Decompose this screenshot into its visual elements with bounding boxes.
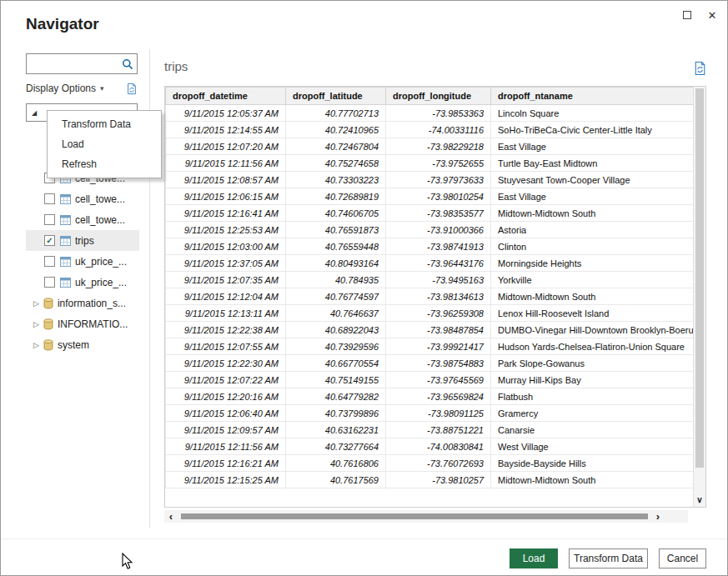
tree-item-trips[interactable]: ✓trips <box>26 230 139 251</box>
database-icon <box>43 339 53 351</box>
scroll-right-icon[interactable]: › <box>651 510 665 523</box>
refresh-preview-icon[interactable] <box>693 61 707 76</box>
tree-item-uk-price[interactable]: uk_price_... <box>26 251 139 272</box>
menu-item-refresh[interactable]: Refresh <box>48 154 161 174</box>
navigator-tree: cell_towe...cell_towe...cell_towe...✓tri… <box>26 168 139 355</box>
table-icon <box>60 215 71 225</box>
menu-item-load[interactable]: Load <box>48 134 161 154</box>
load-button[interactable]: Load <box>510 548 558 568</box>
refresh-icon[interactable] <box>126 83 138 95</box>
table-cell: 9/11/2015 12:07:22 AM <box>166 372 286 388</box>
transform-data-button[interactable]: Transform Data <box>569 548 648 568</box>
table-cell: -73.96569824 <box>386 388 491 405</box>
table-cell: -73.99921417 <box>386 338 491 355</box>
table-cell: 9/11/2015 12:11:56 AM <box>166 155 286 172</box>
table-cell: 9/11/2015 12:15:25 AM <box>166 472 286 488</box>
table-cell: 40.76774597 <box>286 288 386 305</box>
page-title: Navigator <box>26 15 99 33</box>
table-icon <box>60 257 71 267</box>
table-cell: 40.74606705 <box>286 205 386 222</box>
table-cell: 40.75149155 <box>286 372 386 388</box>
table-cell: 40.73303223 <box>286 172 386 188</box>
table-cell: East Village <box>491 138 694 155</box>
tree-item-label: cell_towe... <box>75 193 125 205</box>
table-cell: -73.9495163 <box>386 272 491 288</box>
table-cell: 40.73277664 <box>286 438 386 455</box>
menu-item-transform-data[interactable]: Transform Data <box>48 114 161 134</box>
checkbox[interactable] <box>44 256 55 267</box>
table-cell: SoHo-TriBeCa-Civic Center-Little Italy <box>491 122 694 138</box>
database-icon <box>43 318 53 330</box>
table-row: 9/11/2015 12:07:20 AM40.72467804-73.9822… <box>166 138 694 155</box>
table-cell: 40.66770554 <box>286 355 386 372</box>
table-cell: 40.72467804 <box>286 138 386 155</box>
table-cell: Lenox Hill-Roosevelt Island <box>491 305 694 322</box>
close-button[interactable]: ✕ <box>700 4 724 26</box>
expand-icon[interactable]: ▷ <box>33 299 39 308</box>
table-cell: Canarsie <box>491 422 694 438</box>
display-options-dropdown[interactable]: Display Options ▾ <box>26 81 138 96</box>
table-icon <box>60 194 71 204</box>
table-cell: Midtown-Midtown South <box>491 288 694 305</box>
tree-item-label: information_s... <box>58 298 126 309</box>
tree-item-cell-towe[interactable]: cell_towe... <box>26 209 139 230</box>
column-header: dropoff_ntaname <box>491 88 694 105</box>
column-header: dropoff_datetime <box>166 88 286 105</box>
table-row: 9/11/2015 12:20:16 AM40.64779282-73.9656… <box>166 388 694 405</box>
checkbox[interactable] <box>44 277 55 288</box>
table-cell: -73.96443176 <box>386 255 491 272</box>
table-cell: -74.00830841 <box>386 438 491 455</box>
table-cell: West Village <box>491 438 694 455</box>
table-cell: -73.97645569 <box>386 372 491 388</box>
table-cell: Turtle Bay-East Midtown <box>491 155 694 172</box>
table-row: 9/11/2015 12:14:55 AM40.72410965-74.0033… <box>166 122 694 138</box>
table-cell: -73.98229218 <box>386 138 491 155</box>
table-cell: -74.00331116 <box>386 122 491 138</box>
table-cell: 40.63162231 <box>286 422 386 438</box>
checkbox[interactable]: ✓ <box>44 235 55 246</box>
scroll-left-icon[interactable]: ‹ <box>164 510 178 523</box>
table-row: 9/11/2015 12:22:30 AM40.66770554-73.9875… <box>166 355 694 372</box>
tree-item-uk-price[interactable]: uk_price_... <box>26 272 139 293</box>
table-cell: 40.784935 <box>286 272 386 288</box>
table-cell: Murray Hill-Kips Bay <box>491 372 694 388</box>
table-cell: Gramercy <box>491 405 694 422</box>
table-cell: -73.98091125 <box>386 405 491 422</box>
column-header: dropoff_latitude <box>286 88 386 105</box>
table-cell: 40.75274658 <box>286 155 386 172</box>
context-menu: Transform DataLoadRefresh <box>47 110 162 178</box>
expanded-arrow-icon: ◢ <box>32 109 37 117</box>
table-cell: 40.76559448 <box>286 238 386 255</box>
horizontal-scrollbar[interactable]: ‹ › <box>164 510 688 523</box>
table-cell: 40.7617569 <box>286 472 386 488</box>
table-cell: Yorkville <box>491 272 694 288</box>
tree-item-label: INFORMATIO... <box>58 318 128 330</box>
tree-folder-informatio[interactable]: ▷INFORMATIO... <box>26 313 139 334</box>
horizontal-scrollbar-thumb[interactable] <box>181 513 648 519</box>
table-cell: 40.73799896 <box>286 405 386 422</box>
table-cell: Midtown-Midtown South <box>491 472 694 488</box>
table-cell: 9/11/2015 12:20:16 AM <box>166 388 286 405</box>
cancel-button[interactable]: Cancel <box>659 548 706 568</box>
scroll-down-icon[interactable]: ∨ <box>694 492 705 507</box>
table-cell: Midtown-Midtown South <box>491 205 694 222</box>
tree-folder-system[interactable]: ▷system <box>26 334 139 355</box>
display-options-label: Display Options <box>26 83 96 94</box>
tree-folder-information-s[interactable]: ▷information_s... <box>26 293 139 313</box>
table-cell: 9/11/2015 12:11:56 AM <box>166 438 286 455</box>
search-input[interactable] <box>27 58 122 70</box>
vertical-scrollbar-thumb[interactable] <box>695 88 704 468</box>
table-cell: 9/11/2015 12:05:37 AM <box>166 105 286 122</box>
vertical-scrollbar[interactable]: ∨ <box>693 87 705 507</box>
checkbox[interactable] <box>44 193 55 204</box>
tree-item-cell-towe[interactable]: cell_towe... <box>26 188 139 209</box>
restore-button[interactable] <box>675 4 699 26</box>
table-cell: DUMBO-Vinegar Hill-Downtown Brooklyn-Boe… <box>491 322 694 338</box>
table-cell: 9/11/2015 12:16:41 AM <box>166 205 286 222</box>
chevron-down-icon: ▾ <box>100 84 104 93</box>
table-row: 9/11/2015 12:07:22 AM40.75149155-73.9764… <box>166 372 694 388</box>
table-cell: Stuyvesant Town-Cooper Village <box>491 172 694 188</box>
expand-icon[interactable]: ▷ <box>33 341 39 349</box>
expand-icon[interactable]: ▷ <box>33 320 39 328</box>
checkbox[interactable] <box>44 214 55 225</box>
